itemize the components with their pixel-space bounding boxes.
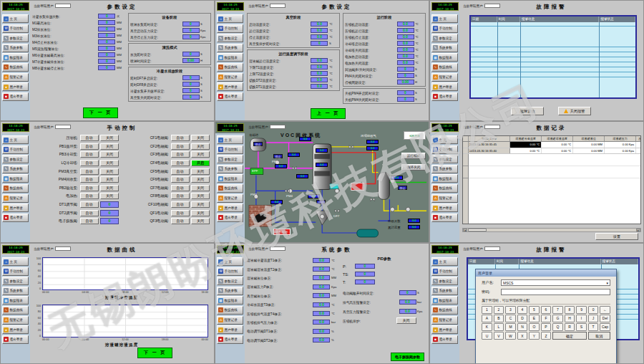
param-value-input[interactable]: 0.0 — [397, 28, 414, 33]
keyboard-key[interactable]: H — [565, 315, 575, 322]
auto-mode-button[interactable]: 自动 — [80, 160, 99, 166]
keyboard-key[interactable]: 9 — [576, 306, 587, 314]
sidebar-item[interactable]: ⌂主 页 — [217, 257, 243, 266]
sidebar-item[interactable]: W手动控制 — [2, 24, 29, 33]
auto-mode-button[interactable]: 自动 — [80, 151, 99, 158]
scroll-left-arrow[interactable]: ◂ — [463, 229, 467, 231]
sidebar-item[interactable]: ✎参数设定 — [431, 277, 458, 285]
device-state-button[interactable]: 关闭 — [100, 176, 119, 183]
sidebar-item[interactable]: W手动控制 — [217, 267, 243, 276]
param-value-input[interactable]: 0 — [182, 75, 200, 80]
device-state-button[interactable]: 关闭 — [100, 168, 119, 175]
keyboard-key[interactable]: Q — [552, 323, 563, 331]
sidebar-item[interactable]: ●用户登录 — [2, 82, 29, 91]
auto-mode-button[interactable]: 自动 — [171, 185, 190, 191]
record-table[interactable]: RCD_Time 溶液罐冷凝温度 溶液罐溶液温度 溶液罐液位 溶液罐压力 压缩机… — [462, 135, 641, 224]
param-value-input[interactable]: 0 — [399, 290, 416, 295]
keyboard-key[interactable]: 7 — [552, 306, 563, 314]
sidebar-item[interactable]: ✎系统参数 — [217, 165, 243, 173]
param-value-input[interactable]: 0 — [98, 14, 115, 19]
sidebar-item[interactable]: ✎系统参数 — [2, 165, 29, 173]
param-value-input[interactable]: 0 — [182, 82, 200, 87]
scroll-thumb[interactable] — [468, 229, 487, 231]
param-value-input[interactable]: 0.0 — [311, 28, 328, 33]
pid-value-input[interactable]: 0 — [355, 264, 375, 269]
param-value-input[interactable]: 0.0 — [397, 60, 414, 65]
current-user-field[interactable] — [270, 246, 286, 251]
sidebar-item[interactable]: W手动控制 — [2, 267, 29, 276]
param-value-input[interactable]: 0 — [98, 33, 115, 38]
keyboard-key[interactable]: 5 — [529, 306, 540, 314]
param-value-input[interactable]: 0 — [397, 73, 414, 78]
sidebar-item[interactable]: ▦数据报表 — [431, 296, 458, 305]
sidebar-item[interactable]: ●用户登录 — [2, 203, 29, 212]
sidebar-item[interactable]: ▦数据报表 — [2, 174, 29, 183]
keyboard-key[interactable]: 0 — [588, 306, 599, 314]
sidebar-item[interactable]: ⌂主 页 — [431, 257, 458, 266]
fault-reset-button[interactable]: 故障复位 — [511, 107, 544, 115]
pid-value-input[interactable]: 0 — [355, 279, 375, 284]
device-state-button[interactable]: 关闭 — [191, 176, 210, 183]
param-value-input[interactable]: 0.0 — [397, 21, 414, 27]
record-row[interactable]: 2013-03-30 16:35:40 0.00℃ 0.00℃ 0.00MM 0… — [463, 148, 640, 155]
param-value-input[interactable]: 0 — [397, 67, 414, 72]
auto-mode-button[interactable]: 自动 — [171, 143, 190, 150]
keyboard-key[interactable]: 3 — [505, 306, 516, 314]
param-value-input[interactable]: 0.0 — [313, 320, 330, 325]
param-value-input[interactable]: 0 — [98, 65, 115, 70]
sidebar-item[interactable]: ∿数据曲线 — [217, 184, 243, 193]
param-value-input[interactable]: 0.0 — [313, 337, 330, 343]
sidebar-item[interactable]: ∿数据曲线 — [2, 63, 29, 72]
device-state-button[interactable]: 关闭 — [191, 210, 210, 216]
keyboard-key[interactable]: J — [588, 315, 599, 322]
sidebar-item[interactable]: ⚠报警记录 — [2, 194, 29, 203]
sidebar-item[interactable]: ∿数据曲线 — [217, 63, 243, 72]
sidebar-item[interactable]: ⌂主 页 — [2, 14, 29, 23]
sidebar-item[interactable]: ⚠报警记录 — [217, 73, 243, 82]
keyboard-key[interactable]: E — [529, 315, 540, 322]
keyboard-key[interactable]: ← — [600, 306, 610, 314]
sidebar-item[interactable]: ▦数据报表 — [217, 174, 243, 183]
keyboard-key[interactable]: W — [505, 332, 516, 340]
keyboard-key[interactable]: R — [565, 323, 575, 331]
sidebar-item[interactable]: W手动控制 — [217, 145, 243, 154]
auto-mode-button[interactable]: 自动 — [171, 210, 190, 216]
device-state-button[interactable]: 关闭 — [100, 193, 119, 199]
sidebar-item[interactable]: ▦数据报表 — [431, 174, 458, 183]
sidebar-item[interactable]: ∿数据曲线 — [217, 306, 243, 315]
keyboard-key[interactable]: I — [576, 315, 587, 322]
sidebar-item[interactable]: ✎系统参数 — [431, 165, 458, 173]
param-value-input[interactable]: 0.0 — [313, 275, 330, 280]
auto-mode-button[interactable]: 自动 — [171, 176, 190, 183]
param-value-input[interactable]: 0.0 — [313, 302, 330, 307]
sidebar-item[interactable]: ■退出登录 — [2, 214, 29, 222]
current-user-field[interactable] — [55, 4, 71, 8]
keyboard-key[interactable]: N — [517, 323, 528, 331]
sidebar-item[interactable]: ⌂主 页 — [2, 135, 29, 144]
sidebar-item[interactable]: ✎参数设定 — [2, 34, 29, 42]
sidebar-item[interactable]: ∿数据曲线 — [2, 306, 29, 315]
sidebar-item[interactable]: ⌂主 页 — [2, 257, 29, 266]
keyboard-key[interactable]: C — [505, 315, 516, 322]
sidebar-item[interactable]: ✎参数设定 — [2, 277, 29, 285]
param-value-input[interactable]: 0.0 — [311, 84, 328, 89]
auto-mode-button[interactable]: 自动 — [80, 193, 99, 199]
keyboard-key[interactable]: B — [494, 315, 504, 322]
auto-mode-button[interactable]: 自动 — [171, 218, 190, 224]
sidebar-item[interactable]: ■退出登录 — [431, 335, 458, 344]
keyboard-key[interactable]: L — [494, 323, 504, 331]
auto-mode-button[interactable]: 自动 — [80, 143, 99, 150]
sidebar-item[interactable]: ⚠报警记录 — [431, 73, 458, 82]
param-value-input[interactable]: 0.0 — [399, 309, 416, 314]
param-value-input[interactable]: 0 — [182, 28, 200, 33]
device-state-button[interactable]: 关闭 — [100, 143, 119, 150]
param-value-input[interactable]: 0.00 — [397, 80, 414, 85]
param-value-input[interactable]: 0 — [98, 52, 115, 57]
current-user-field[interactable] — [484, 125, 500, 129]
sidebar-item[interactable]: ✎参数设定 — [217, 277, 243, 285]
dialog-title-bar[interactable]: 用户登录 — [476, 269, 616, 277]
device-state-button[interactable]: 开启 — [191, 160, 210, 166]
current-user-field[interactable] — [484, 4, 500, 8]
auto-mode-button[interactable]: 自动 — [80, 210, 99, 216]
keyboard-key[interactable]: X — [517, 332, 528, 340]
